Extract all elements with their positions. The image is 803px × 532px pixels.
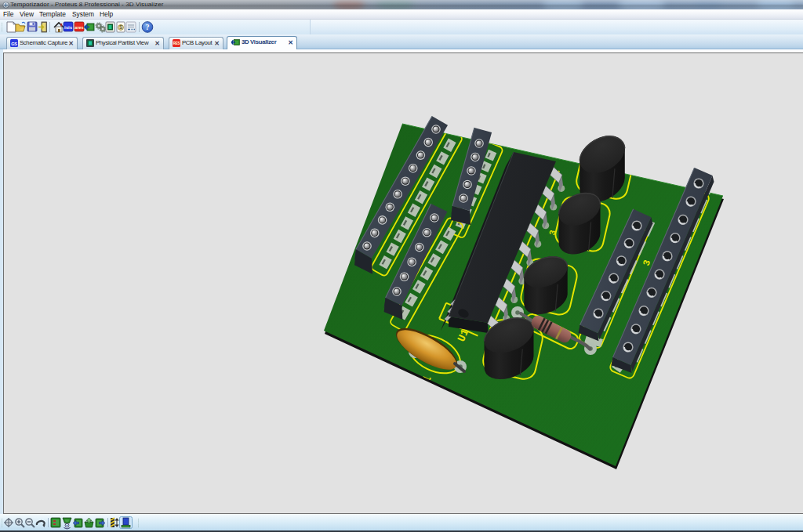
svg-text:GS: GS: [11, 42, 17, 46]
svg-text:ares: ares: [74, 25, 83, 30]
svg-text:isis: isis: [64, 25, 73, 30]
svg-text:?: ?: [146, 23, 150, 31]
svg-text:RES: RES: [173, 42, 180, 45]
svg-text:$: $: [119, 24, 122, 30]
